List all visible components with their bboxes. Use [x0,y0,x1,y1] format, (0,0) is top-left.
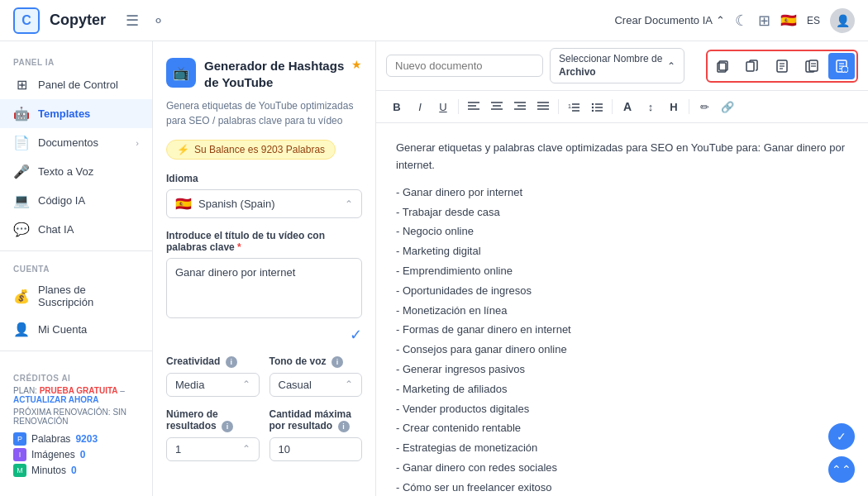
num-results-select[interactable]: 1 ⌃ [166,437,260,461]
idioma-select[interactable]: 🇪🇸 Spanish (Spain) ⌃ [166,189,362,218]
editor-area[interactable]: Generar etiquetas y palabras clave optim… [376,123,868,496]
action-copy-button[interactable] [709,53,736,79]
format-align-center-button[interactable] [486,96,508,117]
chat-ia-icon: 💬 [13,222,30,237]
max-results-value: 10 [279,443,290,455]
editor-list: - Ganar dinero por internet- Trabajar de… [396,184,848,496]
max-results-input[interactable]: 10 [269,437,363,461]
star-icon[interactable]: ★ [351,58,362,71]
list-item: - Generar ingresos pasivos [396,361,848,379]
row-fields-creatividad-tono: Creatividad i Media ⌃ Tono de voz i Casu… [166,355,362,397]
scroll-to-top-button[interactable]: ⌃⌃ [828,456,855,483]
svg-point-35 [592,110,594,112]
credit-row-minutos: M Minutos 0 [13,464,139,477]
night-mode-icon[interactable]: ☾ [735,12,748,30]
required-star: * [237,241,241,253]
imagenes-count: 0 [80,449,86,460]
format-list-ul-button[interactable] [586,96,608,117]
sidebar-item-label: Panel de Control [38,79,139,91]
list-item: - Emprendimiento online [396,263,848,280]
selector-arrow-icon: ⌃ [667,60,675,72]
header-icons: ☰ ⚬ [122,8,168,33]
format-line-height-button[interactable]: ↕ [640,96,661,117]
format-bold-button[interactable]: B [386,96,408,117]
creatividad-info-icon: i [226,356,237,368]
sidebar-item-planes[interactable]: 💰 Planes de Suscripción [0,277,152,315]
max-results-info-icon: i [338,421,350,432]
format-align-justify-button[interactable] [532,96,554,117]
format-align-right-button[interactable] [509,96,531,117]
num-results-arrow-icon: ⌃ [242,443,250,455]
format-divider-4 [689,99,689,114]
format-italic-button[interactable]: I [409,96,431,117]
creatividad-select[interactable]: Media ⌃ [166,373,260,397]
list-item: - Estrategias de monetización [396,440,848,457]
selector-sub-text: Archivo [559,66,662,79]
action-copy2-button[interactable] [739,53,765,79]
list-item: - Oportunidades de ingresos [396,283,848,300]
list-item: - Marketing de afiliados [396,381,848,398]
format-heading-button[interactable]: H [663,96,684,117]
doc-name-input[interactable] [386,55,543,77]
plan-prueba-link[interactable]: PRUEBA GRATUITA [40,386,118,395]
codigo-ia-icon: 💻 [13,193,30,208]
header-action-icons: ☾ ⊞ 🇪🇸 ES 👤 [735,8,855,33]
logo-text: Copyter [50,12,106,29]
textarea-check-icon: ✓ [350,326,362,344]
idioma-arrow-icon: ⌃ [345,198,353,210]
tono-label: Tono de voz i [269,355,363,368]
num-results-value: 1 [175,443,181,455]
mi-cuenta-icon: 👤 [13,322,30,337]
sidebar-item-panel-control[interactable]: ⊞ Panel de Control [0,70,152,99]
sidebar-item-templates[interactable]: 🤖 Templates [0,99,152,128]
format-font-size-button[interactable]: A [617,96,638,117]
format-paint-button[interactable]: ✏ [694,96,715,117]
creatividad-arrow-icon: ⌃ [242,379,250,390]
renovacion-text: PRÓXIMA RENOVACIÓN: SIN RENOVACIÓN [13,408,139,426]
list-item: - Marketing digital [396,243,848,260]
format-align-left-button[interactable] [463,96,484,117]
list-item: - Consejos para ganar dinero online [396,341,848,359]
sidebar-item-texto-voz[interactable]: 🎤 Texto a Voz [0,157,152,186]
palabras-icon: P [13,432,26,446]
credit-row-imagenes: I Imágenes 0 [13,448,139,461]
action-doc3-button[interactable]: + [828,53,855,79]
tool-icon-box: 📺 [166,58,196,88]
idioma-flag-icon: 🇪🇸 [175,196,192,212]
action-doc-button[interactable] [769,53,795,79]
creatividad-value: Media [175,379,204,391]
list-item: - Trabajar desde casa [396,204,848,222]
documentos-icon: 📄 [13,135,30,150]
sidebar-item-codigo-ia[interactable]: 💻 Código IA [0,186,152,215]
user-avatar[interactable]: 👤 [830,8,855,33]
check-fab-button[interactable]: ✓ [828,423,855,450]
main-layout: PANEL IA ⊞ Panel de Control 🤖 Templates … [0,41,868,496]
list-item: - Cómo ser un freelancer exitoso [396,479,848,496]
list-item: - Negocio online [396,223,848,241]
fullscreen-icon[interactable]: ⊞ [758,12,770,30]
panel-control-icon: ⊞ [13,77,30,93]
tool-title: Generador de Hashtags de YouTube [204,58,346,90]
sidebar-item-mi-cuenta[interactable]: 👤 Mi Cuenta [0,315,152,344]
list-item: - Crear contenido rentable [396,420,848,437]
menu-icon-button[interactable]: ☰ [122,8,142,33]
format-underline-button[interactable]: U [432,96,454,117]
sidebar-divider [0,250,152,251]
tool-panel: 📺 Generador de Hashtags de YouTube ★ Gen… [153,41,376,496]
list-item: - Ganar dinero por internet [396,184,848,202]
tono-select[interactable]: Casual ⌃ [269,373,363,397]
action-doc2-button[interactable] [799,53,825,79]
filename-selector[interactable]: Seleccionar Nombre de Archivo ⌃ [550,48,684,83]
credit-row-palabras: P Palabras 9203 [13,432,139,446]
titulo-input[interactable] [166,258,362,318]
chevron-right-icon: › [136,138,139,148]
texto-voz-icon: 🎤 [13,164,30,179]
sidebar-item-chat-ia[interactable]: 💬 Chat IA [0,215,152,244]
crear-documento-button[interactable]: Crear Documento IA ⌃ [614,14,725,26]
sidebar-item-documentos[interactable]: 📄 Documentos › [0,128,152,157]
format-link-button[interactable]: 🔗 [717,96,738,117]
format-list-ol-button[interactable]: 1. [563,96,584,117]
sidebar-item-label: Mi Cuenta [38,323,139,336]
actualizar-ahora-link[interactable]: ACTUALIZAR AHORA [13,395,99,404]
search-icon-button[interactable]: ⚬ [149,8,168,33]
